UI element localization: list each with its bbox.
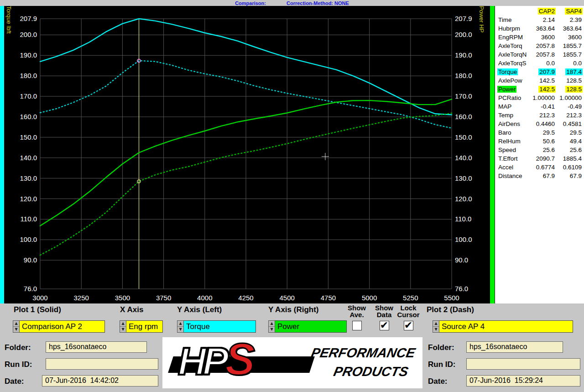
- table-row: PCRatio1.000001.00000: [497, 94, 583, 102]
- y-tick-right: 180.0: [455, 72, 472, 79]
- xaxis-combo[interactable]: Eng rpm: [126, 320, 163, 333]
- correction-method-label: Correction-Method: NONE: [287, 0, 349, 6]
- table-row: Accel0.67740.6109: [497, 163, 583, 172]
- spin-up-icon[interactable]: ▲: [120, 321, 126, 327]
- plot1-selector-group: ▲▼ Comparison AP 2: [13, 320, 105, 333]
- channel-value: 3600: [540, 34, 556, 41]
- run1-runid-field[interactable]: [46, 358, 158, 370]
- yright-selector-group: ▲▼ Power: [268, 320, 347, 333]
- show-data-checkbox[interactable]: ✔: [380, 321, 389, 330]
- plot2-label: Plot 2 (Dash): [427, 305, 474, 314]
- spin-up-icon[interactable]: ▲: [269, 321, 275, 327]
- show-ave-checkbox[interactable]: [352, 321, 362, 330]
- channel-label: Distance: [497, 172, 523, 179]
- run2-folder-field[interactable]: hps_16sonataeco: [466, 341, 563, 353]
- table-row: Hubrpm363.64363.64: [497, 24, 583, 33]
- y-tick-right: 140.0: [455, 154, 472, 162]
- run1-runid-label: Run ID:: [5, 360, 32, 369]
- yleft-combo[interactable]: Torque: [184, 320, 256, 333]
- control-panel: Plot 1 (Solid) X Axis Y Axis (Left) Y Ax…: [0, 303, 584, 392]
- channel-value: 187.4: [565, 68, 583, 75]
- plot1-label: Plot 1 (Solid): [14, 305, 61, 314]
- spin-up-icon[interactable]: ▲: [13, 321, 19, 327]
- channel-label: AxleTorqN: [497, 51, 527, 58]
- channel-value: 142.5: [538, 86, 556, 93]
- y-tick-right: 160.0: [455, 113, 472, 120]
- channel-label: Time: [497, 16, 513, 23]
- channel-value: 1.00000: [558, 94, 583, 101]
- plot1-spinner[interactable]: ▲▼: [13, 320, 20, 333]
- table-row: AxleTorqS0.00.0: [497, 59, 583, 68]
- yright-spinner[interactable]: ▲▼: [268, 320, 275, 333]
- xaxis-label: X Axis: [120, 305, 143, 314]
- channel-value: 67.9: [542, 172, 556, 179]
- channel-value: 2057.8: [535, 42, 556, 49]
- plot2-combo[interactable]: Source AP 4: [439, 320, 573, 333]
- x-tick: 3250: [74, 294, 89, 302]
- y-tick-left: 200.0: [20, 31, 37, 38]
- channel-value: 1.00000: [532, 94, 556, 101]
- show-ave-group: ShowAve.: [345, 304, 369, 330]
- channel-value: 1855.7: [562, 51, 583, 58]
- column-header: SAP4: [565, 8, 583, 15]
- y-tick-right: 130.0: [455, 174, 472, 182]
- y-tick-left: 207.9: [20, 15, 37, 22]
- channel-value: 363.64: [562, 25, 583, 32]
- run1-folder-label: Folder:: [5, 343, 31, 352]
- channel-value: 128.5: [565, 77, 583, 84]
- y-tick-left: 90.0: [24, 256, 37, 264]
- channel-label: Speed: [497, 146, 517, 153]
- y-tick-left: 110.0: [21, 215, 37, 223]
- run1-folder-field[interactable]: hps_16sonataeco: [46, 341, 147, 353]
- channel-value: 128.5: [565, 86, 583, 93]
- spin-up-icon[interactable]: ▲: [177, 321, 183, 327]
- table-row: Temp212.3212.3: [497, 111, 583, 120]
- spin-up-icon[interactable]: ▲: [433, 321, 439, 327]
- channel-value: 29.5: [542, 129, 556, 136]
- plot1-combo[interactable]: Comparison AP 2: [20, 320, 105, 333]
- xaxis-spinner[interactable]: ▲▼: [120, 320, 126, 333]
- yleft-spinner[interactable]: ▲▼: [177, 320, 184, 333]
- channel-label: Power: [497, 86, 516, 93]
- y-tick-right: 190.0: [455, 51, 472, 59]
- channel-value: 0.4581: [562, 120, 583, 127]
- logo-hp-letters: HP: [178, 339, 225, 383]
- y-tick-left: 76.0: [24, 285, 37, 293]
- table-row: AirDens0.44600.4581: [497, 120, 583, 128]
- y-tick-left: 130.0: [20, 174, 37, 182]
- spin-down-icon[interactable]: ▼: [13, 327, 19, 332]
- x-tick: 4000: [197, 294, 212, 302]
- y-tick-left: 160.0: [20, 113, 37, 120]
- y-tick-right: 207.9: [455, 15, 472, 22]
- spin-down-icon[interactable]: ▼: [269, 327, 275, 332]
- channel-value: 67.9: [569, 172, 583, 179]
- table-row: EngRPM36003600: [497, 33, 583, 42]
- table-row: Time2.142.39: [497, 16, 583, 24]
- y-tick-right: 120.0: [455, 195, 472, 203]
- run2-runid-field[interactable]: [466, 358, 580, 370]
- plot2-spinner[interactable]: ▲▼: [433, 320, 439, 333]
- lock-cursor-group: LockCursor ✔: [395, 304, 422, 330]
- show-ave-label: Show: [348, 304, 366, 311]
- x-tick: 3000: [32, 294, 47, 302]
- run2-date-label: Date:: [428, 377, 448, 386]
- yright-label: Y Axis (Right): [268, 305, 319, 314]
- table-row: T.Effort2090.71885.4: [497, 154, 583, 163]
- spin-down-icon[interactable]: ▼: [120, 327, 126, 332]
- spin-down-icon[interactable]: ▼: [177, 327, 183, 332]
- x-tick: 5500: [444, 294, 459, 302]
- run1-date-label: Date:: [5, 377, 24, 386]
- run2-date-field[interactable]: 07-Jun-2016 15:29:24: [466, 375, 580, 387]
- plot2-selector-group: ▲▼ Source AP 4: [433, 320, 573, 333]
- y-tick-right: 200.0: [455, 31, 472, 38]
- channel-value: 0.6774: [535, 164, 556, 171]
- run1-date-field[interactable]: 07-Jun-2016 14:42:02: [42, 375, 158, 387]
- channel-value: 207.9: [538, 68, 556, 75]
- y-tick-left: 140.0: [20, 154, 37, 162]
- channel-label: AxlePow: [497, 77, 523, 84]
- dyno-chart[interactable]: 76.076.090.090.0100.0100.0110.0110.0120.…: [0, 6, 495, 303]
- spin-down-icon[interactable]: ▼: [433, 327, 439, 332]
- yright-combo[interactable]: Power: [275, 320, 347, 333]
- table-row: AxleTorq2057.81855.7: [497, 42, 583, 50]
- lock-cursor-checkbox[interactable]: ✔: [404, 321, 413, 330]
